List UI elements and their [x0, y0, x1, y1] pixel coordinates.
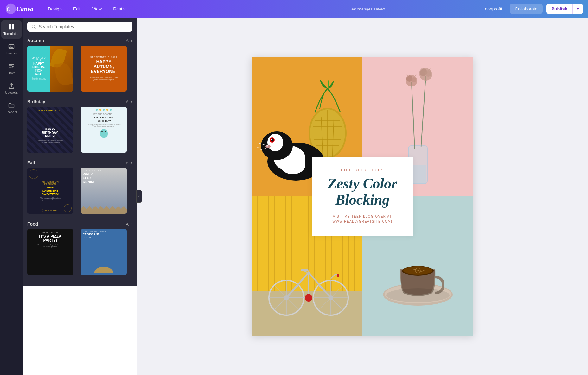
sidebar-item-templates-label: Templates [3, 32, 19, 35]
templates-panel: Autumn All › TEMPLATE FOR THE HAPPYLIBER… [23, 18, 137, 286]
section-title-food: Food [27, 221, 38, 226]
nav-menu: Design Edit View Resize [43, 4, 255, 13]
section-food: Food All › HAVE A SLICE! IT'S A PIZZAPAR… [23, 219, 137, 275]
panel-wrapper: Autumn All › TEMPLATE FOR THE HAPPYLIBER… [23, 18, 137, 375]
canva-logo: C Canva [5, 3, 33, 15]
template-card-bday2[interactable]: IT'S THE BIG ONE... LITTLE SAM'SBIRTHDAY… [81, 107, 127, 153]
canvas-overlay: COOL RETRO HUES Zesty Color Blocking VIS… [312, 157, 413, 236]
section-title-fall: Fall [27, 160, 35, 165]
nav-design[interactable]: Design [43, 4, 66, 13]
svg-point-25 [267, 134, 283, 151]
nav-right: nonprofit Collaborate Publish ▼ [481, 4, 583, 14]
template-grid-autumn: TEMPLATE FOR THE HAPPYLIBERA-TIONDAY! So… [27, 46, 132, 92]
svg-point-97 [386, 288, 450, 302]
section-title-autumn: Autumn [27, 38, 44, 43]
section-all-autumn[interactable]: All › [126, 38, 132, 43]
publish-chevron-button[interactable]: ▼ [572, 4, 583, 14]
svg-rect-88 [301, 269, 309, 271]
section-header-fall: Fall All › [27, 160, 132, 165]
icon-sidebar: Templates Images T Text Uploads [0, 18, 23, 375]
section-birthday: Birthday All › HAPPY BIRTHDAY HAPPY [23, 97, 137, 153]
section-header-birthday: Birthday All › [27, 99, 132, 104]
collaborate-button[interactable]: Collaborate [510, 4, 543, 14]
sidebar-item-uploads[interactable]: Uploads [1, 79, 22, 98]
svg-rect-2 [9, 24, 11, 27]
svg-text:C: C [7, 6, 11, 12]
sidebar-item-text-label: Text [8, 71, 15, 75]
canva-logo-icon: C [5, 3, 16, 15]
nav-view[interactable]: View [88, 4, 106, 13]
svg-point-27 [271, 138, 274, 142]
section-title-birthday: Birthday [27, 99, 45, 104]
section-fall: Fall All › ARTFASHION FASHION [23, 158, 137, 214]
nav-resize[interactable]: Resize [109, 4, 131, 13]
design-canvas: COOL RETRO HUES Zesty Color Blocking VIS… [252, 57, 473, 336]
section-all-fall[interactable]: All › [126, 161, 132, 165]
nonprofit-button[interactable]: nonprofit [481, 4, 506, 13]
template-grid-fall: ARTFASHION FASHION NEW CASHMERESWEATERS!… [27, 168, 132, 214]
autosave-status: All changes saved [262, 7, 474, 11]
svg-point-7 [10, 46, 11, 47]
svg-point-28 [271, 139, 272, 140]
template-card-bday1[interactable]: HAPPY BIRTHDAY HAPPYBIRTHDAY,EMILY! Some… [27, 107, 73, 153]
section-header-food: Food All › [27, 221, 132, 226]
overlay-subtitle: COOL RETRO HUES [321, 168, 404, 172]
template-card-food2[interactable]: MACINTOSH MOBILE CROISSANTLOVIN' [81, 229, 127, 275]
section-all-birthday[interactable]: All › [126, 99, 132, 104]
sidebar-item-templates[interactable]: Templates [1, 20, 22, 39]
top-nav: C Canva Design Edit View Resize All chan… [0, 0, 588, 18]
template-grid-food: HAVE A SLICE! IT'S A PIZZAPARTY! Go to w… [27, 229, 132, 275]
text-icon: T [8, 63, 15, 70]
sidebar-item-uploads-label: Uploads [5, 91, 18, 94]
search-bar-container [23, 18, 137, 35]
overlay-body: VISIT MY TEEN BLOG OVER AT WWW.REALLYGRE… [321, 214, 404, 225]
templates-icon [8, 23, 15, 30]
template-grid-birthday: HAPPY BIRTHDAY HAPPYBIRTHDAY,EMILY! Some… [27, 107, 132, 153]
section-header-autumn: Autumn All › [27, 38, 132, 43]
sidebar-item-folders[interactable]: Folders [1, 99, 22, 117]
template-card-autumn1[interactable]: TEMPLATE FOR THE HAPPYLIBERA-TIONDAY! So… [27, 46, 73, 92]
svg-rect-90 [337, 274, 339, 277]
hide-panel-toggle[interactable]: ‹ [136, 190, 142, 203]
section-autumn: Autumn All › TEMPLATE FOR THE HAPPYLIBER… [23, 35, 137, 92]
svg-point-89 [305, 294, 312, 302]
template-card-autumn2[interactable]: SEPTEMBER 2, 2024 HAPPYAUTUMN,EVERYONE! … [81, 46, 127, 92]
svg-rect-5 [12, 27, 14, 29]
publish-button[interactable]: Publish [546, 4, 573, 14]
search-bar [27, 22, 132, 32]
uploads-icon [8, 82, 15, 89]
nav-edit[interactable]: Edit [69, 4, 85, 13]
canva-logo-text: Canva [16, 5, 33, 13]
canvas-area: COOL RETRO HUES Zesty Color Blocking VIS… [137, 18, 588, 375]
images-icon [8, 43, 15, 50]
template-card-fall1[interactable]: ARTFASHION FASHION NEW CASHMERESWEATERS!… [27, 168, 73, 214]
sidebar-item-images-label: Images [6, 51, 17, 55]
sidebar-item-folders-label: Folders [6, 110, 17, 114]
svg-text:T: T [12, 66, 14, 69]
sidebar-item-images[interactable]: Images [1, 40, 22, 58]
template-card-fall2[interactable]: METTE SORENK WALKFLEXDENIM [81, 168, 127, 214]
template-card-food1[interactable]: HAVE A SLICE! IT'S A PIZZAPARTY! Go to w… [27, 229, 73, 275]
main-layout: Templates Images T Text Uploads [0, 18, 588, 375]
overlay-title: Zesty Color Blocking [321, 176, 404, 208]
sidebar-item-text[interactable]: T Text [1, 60, 22, 78]
search-input[interactable] [39, 24, 129, 29]
section-all-food[interactable]: All › [126, 222, 132, 226]
publish-button-wrapper: Publish ▼ [546, 4, 583, 14]
svg-rect-4 [9, 27, 11, 29]
svg-rect-3 [12, 24, 14, 27]
search-icon [31, 24, 36, 29]
folders-icon [8, 102, 15, 109]
